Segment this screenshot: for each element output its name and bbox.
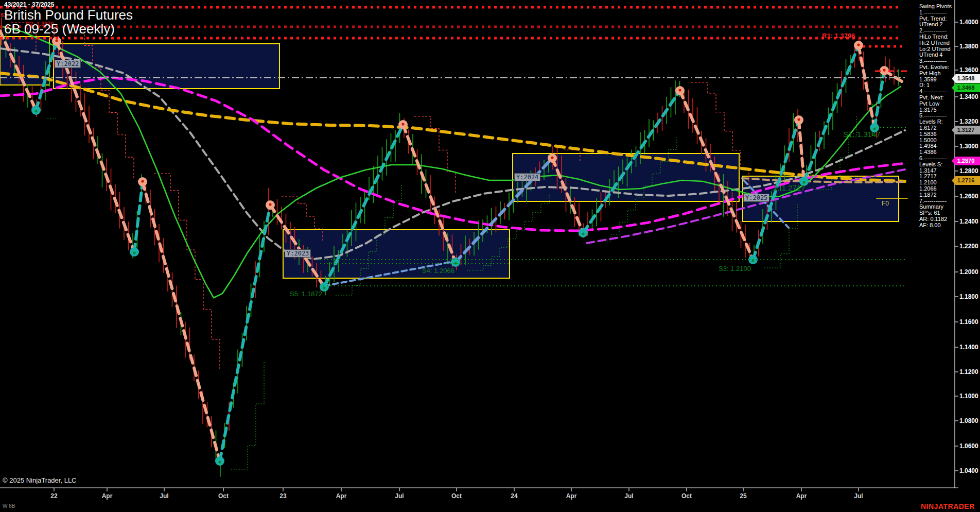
panel-line: Pvt. Next: (919, 95, 957, 101)
time-axis-label: Jul (160, 492, 168, 500)
panel-line: Pvt High (919, 71, 957, 77)
time-axis-label: Apr (336, 492, 347, 500)
price-axis-label: 1.1000 (959, 392, 978, 400)
price-axis-label: 1.2400 (959, 218, 978, 225)
panel-line: Hi:2 UTrend (919, 40, 957, 46)
price-axis-label: 1.0800 (959, 417, 978, 424)
swing-leg-up (220, 205, 270, 461)
time-axis-label: Oct (451, 492, 462, 500)
panel-line: Pvt Low (919, 101, 957, 107)
price-axis-label: 1.3600 (959, 66, 978, 74)
title-block: 43/2021 - 37/2025 British Pound Futures … (4, 1, 133, 36)
panel-line: Levels S: (919, 162, 957, 168)
time-axis-label: Oct (681, 492, 692, 500)
panel-line: 1.5836 (919, 131, 957, 138)
panel-line: 1.------------ (919, 10, 957, 16)
swing-leg-up (804, 45, 859, 181)
swing-pivots-panel: Swing Pivots1.------------Pvt. Trend:UTr… (919, 4, 957, 228)
time-axis[interactable] (0, 488, 955, 512)
chart-window: 43/2021 - 37/2025 British Pound Futures … (0, 0, 980, 512)
s1-label: S1: 1.3147 (843, 130, 881, 139)
time-axis-label: 24 (511, 492, 517, 500)
instrument-subtitle: 6B 09-25 (Weekly) (4, 22, 133, 36)
panel-line: HiLo Trend: (919, 34, 957, 40)
r1-label: R1: 1.3796 (822, 32, 855, 40)
time-axis-label: Apr (102, 492, 113, 500)
page-title: British Pound Futures (4, 8, 133, 22)
time-axis-label: Apr (566, 492, 577, 500)
price-chart-canvas[interactable] (0, 0, 980, 512)
ma-gold (0, 73, 905, 181)
swing-leg-down (859, 45, 874, 128)
price-axis-label: 1.1800 (959, 293, 978, 300)
year-range-box (283, 230, 510, 278)
panel-line: 6.------------ (919, 156, 957, 162)
year-box-label: Y:2024 (514, 173, 540, 181)
panel-line: 1.2066 (919, 186, 957, 192)
panel-line: 1.1872 (919, 192, 957, 198)
copyright-text: © 2025 NinjaTrader, LLC (3, 476, 77, 484)
s3-label: S3: 1.2100 (719, 265, 751, 272)
price-axis-label: 1.0600 (959, 442, 978, 450)
f0-label: F0 (882, 200, 889, 207)
price-axis-label: 1.4000 (959, 19, 978, 26)
price-axis-label: 1.3000 (959, 143, 978, 150)
swing-leg-down (799, 120, 804, 181)
swing-leg-down (143, 182, 220, 461)
time-axis-label: Jul (624, 492, 633, 500)
time-axis-label: 25 (740, 492, 746, 500)
time-axis-label: 23 (279, 492, 286, 500)
price-axis-label: 1.1400 (959, 344, 978, 351)
panel-line: AR: 0.1182 (919, 216, 957, 223)
panel-line: 1.6172 (919, 125, 957, 131)
price-axis-label: 1.3400 (959, 93, 978, 100)
instrument-code: W 6B (3, 503, 15, 509)
price-axis-label: 1.2600 (959, 193, 978, 200)
price-axis-label: 1.2200 (959, 243, 978, 250)
s2-label: 2: 1.2717 (773, 183, 806, 192)
price-axis-label: 1.2000 (959, 268, 978, 276)
s4-label: S4: 1.2066 (422, 267, 454, 275)
price-axis-label: 1.0400 (959, 467, 978, 474)
time-axis-label: Jul (395, 492, 404, 500)
time-axis-label: Apr (796, 492, 807, 500)
year-box-label: Y:2025 (743, 194, 769, 202)
swing-leg-up (134, 182, 143, 252)
time-axis-label: Oct (218, 492, 229, 500)
ninjatrader-logo: NINJATRADER (921, 502, 975, 510)
year-box-label: Y:2023 (285, 249, 311, 258)
s5-label: S5: 1.1872 (290, 290, 322, 298)
price-axis-label: 1.1600 (959, 318, 978, 326)
year-box-label: Y:2022 (55, 60, 81, 68)
price-axis-label: 1.2800 (959, 167, 978, 175)
price-axis-label: 1.3200 (959, 118, 978, 125)
panel-line: AF: 8.00 (919, 223, 957, 229)
price-axis-label: 1.1200 (959, 368, 978, 376)
time-axis-label: 22 (50, 492, 57, 500)
price-axis-label: 1.3800 (959, 43, 978, 50)
panel-line: Pvt. Evolve: (919, 64, 957, 71)
time-axis-label: Jul (854, 492, 863, 500)
